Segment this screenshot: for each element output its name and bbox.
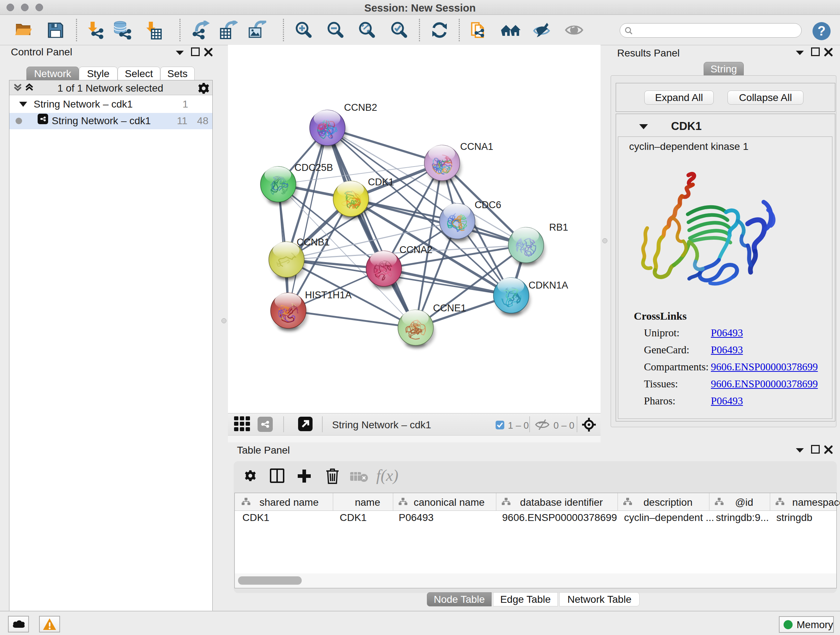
svg-text:CCNB1: CCNB1 [297,237,330,248]
svg-text:HIST1H1A: HIST1H1A [305,290,352,301]
svg-text:CCNB2: CCNB2 [344,102,377,113]
svg-text:RB1: RB1 [549,222,568,233]
svg-text:CCNE1: CCNE1 [433,302,466,314]
svg-text:CDK1: CDK1 [368,177,394,187]
svg-text:CDKN1A: CDKN1A [529,280,568,291]
svg-text:CDC25B: CDC25B [294,162,333,173]
svg-text:CCNA2: CCNA2 [399,244,433,255]
svg-text:CDC6: CDC6 [475,200,501,211]
svg-text:CCNA1: CCNA1 [460,141,493,152]
